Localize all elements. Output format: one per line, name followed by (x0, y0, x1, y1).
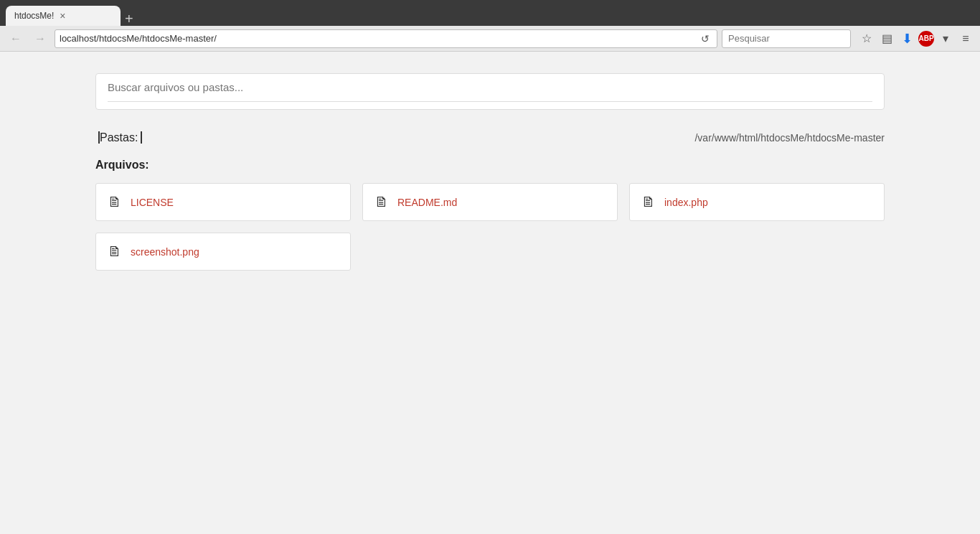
page-content: Pastas: /var/www/html/htdocsMe/htdocsMe-… (0, 52, 980, 534)
menu-icon[interactable]: ≡ (957, 30, 974, 47)
file-card-screenshot[interactable]: 🗎 screenshot.png (95, 233, 351, 271)
chevron-down-icon[interactable]: ▾ (937, 30, 954, 47)
pastas-label: Pastas: (95, 131, 142, 144)
pastas-section: Pastas: /var/www/html/htdocsMe/htdocsMe-… (95, 131, 885, 144)
file-name: README.md (397, 197, 457, 208)
file-name: LICENSE (131, 197, 174, 208)
file-card-readme[interactable]: 🗎 README.md (362, 183, 618, 221)
search-divider (108, 101, 872, 102)
file-name: screenshot.png (131, 246, 199, 258)
abp-icon[interactable]: ABP (918, 31, 934, 47)
address-bar-wrap: ↺ (55, 29, 717, 48)
nav-icons: ☆ ▤ ⬇ ABP ▾ ≡ (858, 30, 974, 47)
file-icon: 🗎 (641, 194, 656, 210)
file-icon: 🗎 (108, 194, 122, 210)
file-card-indexphp[interactable]: 🗎 index.php (629, 183, 885, 221)
arquivos-label: Arquivos: (95, 159, 885, 172)
files-grid: 🗎 LICENSE 🗎 README.md 🗎 index.php (95, 183, 885, 221)
browser-tab[interactable]: htdocsMe! × (6, 6, 121, 26)
main-container: Pastas: /var/www/html/htdocsMe/htdocsMe-… (81, 73, 899, 271)
tab-title: htdocsMe! (14, 11, 54, 21)
file-icon: 🗎 (374, 194, 389, 210)
reader-icon[interactable]: ▤ (878, 30, 895, 47)
file-name: index.php (664, 197, 708, 208)
download-icon[interactable]: ⬇ (898, 30, 915, 47)
nav-bar: ← → ↺ ☆ ▤ ⬇ ABP ▾ ≡ (0, 26, 980, 52)
current-path: /var/www/html/htdocsMe/htdocsMe-master (694, 132, 885, 144)
new-tab-button[interactable]: + (125, 11, 133, 26)
files-row-single: 🗎 screenshot.png (95, 233, 885, 271)
browser-chrome: htdocsMe! × + (0, 0, 980, 26)
tab-bar: htdocsMe! × + (6, 0, 974, 26)
search-box-wrap (95, 73, 885, 110)
file-icon: 🗎 (108, 243, 122, 260)
back-button[interactable]: ← (6, 29, 26, 49)
pastas-cursor (141, 131, 142, 144)
forward-icon: → (34, 32, 46, 45)
search-input[interactable] (108, 81, 872, 93)
tab-close-button[interactable]: × (60, 11, 65, 21)
file-card-license[interactable]: 🗎 LICENSE (95, 183, 351, 221)
bookmark-icon[interactable]: ☆ (858, 30, 875, 47)
address-bar[interactable] (60, 33, 695, 44)
browser-search-input[interactable] (722, 29, 851, 48)
reload-button[interactable]: ↺ (698, 33, 712, 44)
back-icon: ← (10, 32, 22, 45)
forward-button[interactable]: → (30, 29, 50, 49)
reload-icon: ↺ (701, 33, 710, 44)
